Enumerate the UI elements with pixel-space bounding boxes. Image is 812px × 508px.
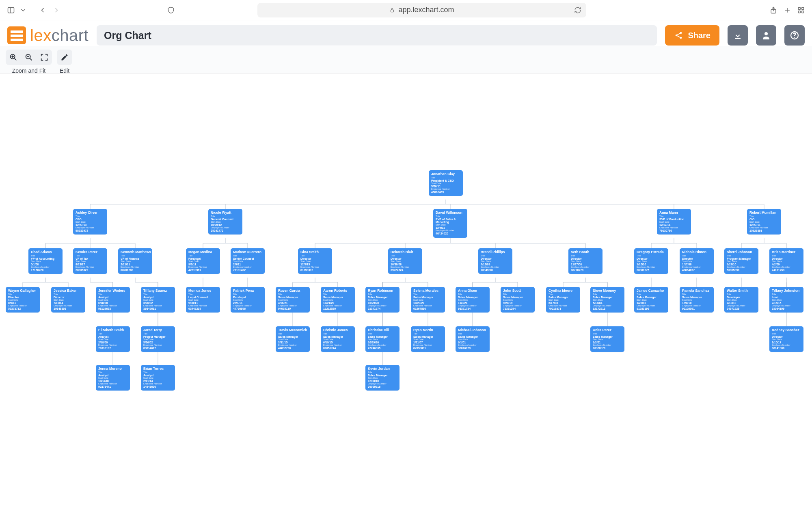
node-name: Kenneth Matthews <box>121 250 150 254</box>
org-node[interactable]: Ryan MartinTitleSales ManagerStart Date1… <box>411 326 445 352</box>
help-icon <box>790 30 799 40</box>
node-name: Michael Johnson <box>458 328 487 332</box>
zoom-out-button[interactable] <box>21 50 37 65</box>
org-node[interactable]: David WilkinsonTitleEVP of Sales & Marke… <box>433 209 467 238</box>
org-node[interactable]: Rodney SanchezTitleDirectorStart Date3/1… <box>769 326 803 352</box>
edit-label: Edit <box>60 67 69 74</box>
node-name: Aaron Roberts <box>323 289 352 293</box>
svg-line-18 <box>15 59 17 61</box>
org-node[interactable]: Jenna MorenoTitleAnalystStart Date10/14/… <box>96 365 130 391</box>
org-node[interactable]: Kendra PerezTitleVP of TaxStart Date8/23… <box>73 248 107 274</box>
fit-button[interactable] <box>37 50 52 65</box>
org-node[interactable]: Nicole WyattTitleGeneral CounselStart Da… <box>208 209 242 234</box>
org-node[interactable]: Chad AdamsTitleVP of AccountingStart Dat… <box>28 248 63 274</box>
node-name: Kevin Jordan <box>368 367 397 371</box>
help-button[interactable] <box>784 25 805 46</box>
org-node[interactable]: Monica JonesTitleLegal CounselStart Date… <box>186 287 220 313</box>
zoom-group: Zoom and Fit <box>6 50 52 74</box>
node-name: Raven Garcia <box>278 289 307 293</box>
org-node[interactable]: Tiffany SuarezTitleAnalystStart Date3/26… <box>141 287 175 313</box>
node-name: Robert Mcmillan <box>749 211 779 215</box>
svg-rect-8 <box>798 11 800 13</box>
org-node[interactable]: Christine HillTitleSales ManagerStart Da… <box>365 326 400 352</box>
share-button[interactable]: Share <box>665 25 719 46</box>
refresh-icon[interactable] <box>574 7 581 14</box>
sidebar-toggle-icon[interactable] <box>6 5 16 15</box>
tabs-grid-icon[interactable] <box>796 5 806 15</box>
chart-canvas[interactable]: Jonathan ClayTitlePresident & CEOStart D… <box>0 74 812 508</box>
org-node[interactable]: Nichole HintonTitleDirectorStart Date1/1… <box>680 248 714 274</box>
org-node[interactable]: Mathew GuerreroTitleSenior CounselStart … <box>231 248 265 274</box>
org-node[interactable]: Patrick PenaTitleParalegalStart Date2/21… <box>231 287 265 313</box>
org-node[interactable]: Ryan RobinsonTitleSales ManagerStart Dat… <box>365 287 400 313</box>
org-node[interactable]: Sherri JohnsonTitleProgram ManagerStart … <box>724 248 758 274</box>
org-node[interactable]: Jessica BakerTitleDirectorStart Date7/19… <box>51 287 85 313</box>
org-node[interactable]: Michael JohnsonTitleSales ManagerStart D… <box>456 326 490 352</box>
org-node[interactable]: Steve MooneyTitleSales ManagerStart Date… <box>590 287 624 313</box>
org-node[interactable]: Pamela SanchezTitleSales ManagerStart Da… <box>680 287 714 313</box>
node-name: Walter Smith <box>727 289 756 293</box>
node-name: Rodney Sanchez <box>772 328 801 332</box>
node-name: Brian Torres <box>143 367 173 371</box>
org-node[interactable]: Cynthia MooreTitleSales ManagerStart Dat… <box>546 287 580 313</box>
org-node[interactable]: Ashley OliverTitleCFOStart Date12/27/13E… <box>73 209 107 234</box>
org-node[interactable]: Christie JamesTitleSales ManagerStart Da… <box>321 326 355 352</box>
org-node[interactable]: Kevin JordanTitleSales ManagerStart Date… <box>365 365 400 391</box>
share-system-icon[interactable] <box>768 5 779 15</box>
account-button[interactable] <box>756 25 776 46</box>
org-node[interactable]: Seth BoothTitleDirectorStart Date11/27/0… <box>568 248 603 274</box>
org-node[interactable]: Tiffany JohnstonTitleLeadStart Date7/16/… <box>769 287 803 313</box>
share-label: Share <box>688 31 710 40</box>
node-name: Wayne Gallagher <box>8 289 37 293</box>
node-name: Mathew Guerrero <box>233 250 262 254</box>
org-node[interactable]: Wayne GallagherTitleDirectorStart Date8/… <box>6 287 40 313</box>
org-node[interactable]: Selena MoralesTitleSales ManagerStart Da… <box>411 287 445 313</box>
app-header: lexchart Org Chart Share <box>0 20 812 46</box>
node-name: David Wilkinson <box>436 211 465 215</box>
org-node[interactable]: Brian MartinezTitleDirectorStart Date4/2… <box>769 248 803 274</box>
org-node[interactable]: Raven GarciaTitleSales ManagerStart Date… <box>276 287 310 313</box>
org-node[interactable]: Anna OlsenTitleSales ManagerStart Date11… <box>456 287 490 313</box>
svg-point-12 <box>680 37 682 39</box>
share-icon <box>674 30 684 40</box>
forward-icon[interactable] <box>51 5 62 15</box>
org-node[interactable]: Deborah BlairTitleDirectorStart Date10/3… <box>388 248 422 274</box>
org-node[interactable]: Robert McmillanTitleCIOStart Date12/27/1… <box>747 209 781 234</box>
node-name: Tiffany Suarez <box>143 289 173 293</box>
org-node[interactable]: Walter SmithTitleDeveloperStart Date2/19… <box>724 287 758 313</box>
address-bar[interactable]: app.lexchart.com <box>257 3 586 17</box>
org-node[interactable]: Jonathan ClayTitlePresident & CEOStart D… <box>429 170 463 196</box>
org-node[interactable]: Megan MedinaTitleParalegalStart Date9/2/… <box>186 248 220 274</box>
node-name: Ryan Robinson <box>368 289 397 293</box>
org-node[interactable]: Anita PerezTitleSales ManagerStart Date1… <box>590 326 624 352</box>
node-name: Elizabeth Smith <box>98 328 127 332</box>
org-node[interactable]: Anna MannTitleSVP of ProductionStart Dat… <box>657 209 691 234</box>
app-logo[interactable]: lexchart <box>7 26 89 45</box>
svg-rect-2 <box>391 10 394 12</box>
chart-title-input[interactable]: Org Chart <box>97 25 657 46</box>
org-node[interactable]: Kenneth MatthewsTitleVP of FinanceStart … <box>118 248 152 274</box>
org-node[interactable]: Brandi PhillipsTitleDirectorStart Date7/… <box>478 248 512 274</box>
org-node[interactable]: John ScottTitleSales ManagerStart Date9/… <box>501 287 535 313</box>
org-node[interactable]: Aaron RobertsTitleSales ManagerStart Dat… <box>321 287 355 313</box>
org-node[interactable]: Brian TorresTitleAnalystStart Date2/11/1… <box>141 365 175 391</box>
org-node[interactable]: Jared TerryTitleProject ManagerStart Dat… <box>141 326 175 352</box>
node-name: John Scott <box>503 289 532 293</box>
download-button[interactable] <box>728 25 748 46</box>
org-node[interactable]: Jennifer WintersTitleAnalystStart Date6/… <box>96 287 130 313</box>
org-node[interactable]: Gregory EstradaTitleDirectorStart Date1/… <box>634 248 668 274</box>
node-name: Brian Martinez <box>772 250 801 254</box>
zoom-label: Zoom and Fit <box>12 67 45 74</box>
new-tab-icon[interactable] <box>782 5 793 15</box>
org-node[interactable]: Travis MccormickTitleSales ManagerStart … <box>276 326 310 352</box>
org-node[interactable]: Gina SmithTitleDirectorStart Date12/5/15… <box>298 248 332 274</box>
node-name: Jonathan Clay <box>431 172 460 176</box>
chevron-down-icon[interactable] <box>19 5 27 15</box>
org-node[interactable]: James CamachoTitleSales ManagerStart Dat… <box>634 287 668 313</box>
edit-button[interactable] <box>57 50 72 65</box>
org-node[interactable]: Elizabeth SmithTitleAnalystStart Date2/1… <box>96 326 130 352</box>
back-icon[interactable] <box>37 5 48 15</box>
zoom-in-button[interactable] <box>6 50 21 65</box>
shield-icon[interactable] <box>166 5 176 15</box>
svg-rect-9 <box>802 11 804 13</box>
